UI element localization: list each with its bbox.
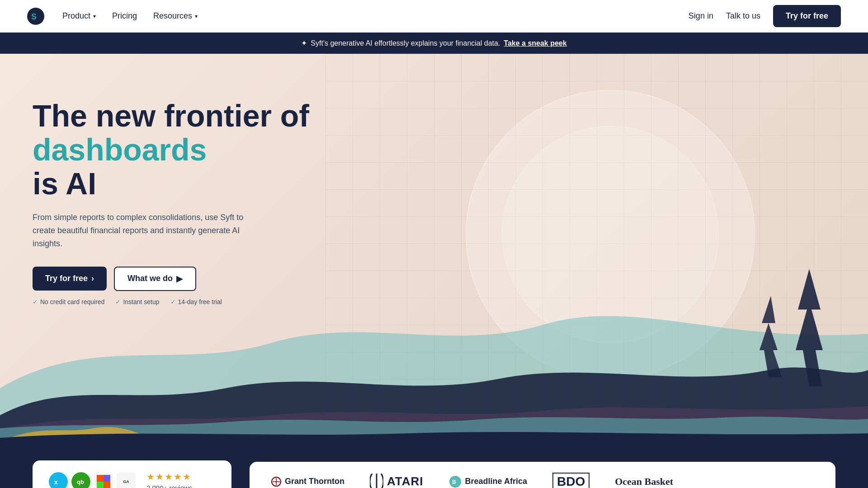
hero-headline: The new frontier of dashboards is AI	[33, 99, 309, 200]
hero-subtext: From simple reports to complex consolida…	[33, 211, 268, 250]
nav-right: Sign in Talk to us Try for free	[689, 5, 841, 27]
hero-section: The new frontier of dashboards is AI Fro…	[0, 54, 868, 442]
reviews-stars-block: ★★★★★ 2,000+ reviews	[146, 471, 192, 488]
client-grant-thornton: Grant Thornton	[271, 477, 344, 487]
capterra-badge	[94, 472, 113, 488]
integration-badge-logos: x qb GA	[49, 472, 136, 488]
hero-content: The new frontier of dashboards is AI Fro…	[33, 99, 309, 305]
nav-link-resources[interactable]: Resources ▾	[153, 11, 198, 21]
nav-left: S Product ▾ Pricing Resources ▾	[27, 8, 198, 25]
client-bdo: BDO	[552, 473, 590, 488]
client-ocean-basket: Ocean Basket	[615, 476, 673, 488]
quickbooks-badge: qb	[71, 472, 90, 488]
check-instant-setup: ✓ Instant setup	[115, 298, 159, 305]
hero-buttons: Try for free › What we do ▶	[33, 267, 309, 291]
resources-chevron-icon: ▾	[195, 13, 198, 19]
grant-thornton-icon	[271, 477, 281, 487]
svg-marker-2	[760, 296, 782, 377]
svg-text:S: S	[31, 12, 37, 21]
reviews-card: x qb GA ★★★★★ 2,000+ reviews	[33, 460, 231, 488]
nav-link-product[interactable]: Product ▾	[62, 11, 96, 21]
hero-trust-badges: ✓ No credit card required ✓ Instant setu…	[33, 298, 309, 305]
navbar: S Product ▾ Pricing Resources ▾ Sign in …	[0, 0, 868, 33]
star-rating: ★★★★★	[146, 471, 192, 482]
breadline-icon: B	[449, 475, 462, 488]
checkmark-icon: ✓	[115, 298, 121, 305]
reviews-count: 2,000+ reviews	[146, 484, 192, 488]
hero-what-we-do-button[interactable]: What we do ▶	[114, 267, 196, 291]
clients-card: Grant Thornton ATARI B Breadline Africa …	[250, 462, 835, 488]
signin-link[interactable]: Sign in	[689, 11, 713, 21]
client-atari: ATARI	[370, 474, 424, 488]
product-chevron-icon: ▾	[93, 13, 96, 19]
play-icon: ▶	[176, 274, 183, 284]
tree-decoration	[750, 260, 841, 388]
check-no-credit-card: ✓ No credit card required	[33, 298, 104, 305]
svg-text:qb: qb	[77, 479, 84, 485]
svg-rect-6	[97, 475, 104, 482]
svg-rect-7	[104, 475, 110, 482]
announcement-bar: ✦ Syft's generative AI effortlessly expl…	[0, 33, 868, 54]
nav-links: Product ▾ Pricing Resources ▾	[62, 11, 198, 21]
hero-try-for-free-button[interactable]: Try for free ›	[33, 267, 107, 291]
bottom-section: x qb GA ★★★★★ 2,000+ reviews	[0, 442, 868, 488]
nav-link-pricing[interactable]: Pricing	[112, 11, 137, 21]
announcement-icon: ✦	[301, 39, 307, 47]
talk-link[interactable]: Talk to us	[726, 11, 760, 21]
logo[interactable]: S	[27, 8, 44, 25]
announcement-link[interactable]: Take a sneak peek	[504, 39, 566, 47]
svg-text:B: B	[452, 479, 456, 485]
checkmark-icon: ✓	[170, 298, 176, 305]
try-for-free-button[interactable]: Try for free	[773, 5, 841, 27]
check-free-trial: ✓ 14-day free trial	[170, 298, 222, 305]
client-breadline-africa: B Breadline Africa	[449, 475, 527, 488]
arrow-right-icon: ›	[91, 274, 94, 283]
atari-icon	[370, 474, 383, 488]
svg-marker-3	[796, 269, 823, 386]
svg-rect-8	[97, 482, 104, 488]
svg-rect-9	[104, 482, 110, 488]
getapp-badge: GA	[117, 472, 136, 488]
svg-text:x: x	[54, 479, 58, 486]
checkmark-icon: ✓	[33, 298, 38, 305]
xero-badge: x	[49, 472, 68, 488]
announcement-text: Syft's generative AI effortlessly explai…	[311, 39, 500, 47]
